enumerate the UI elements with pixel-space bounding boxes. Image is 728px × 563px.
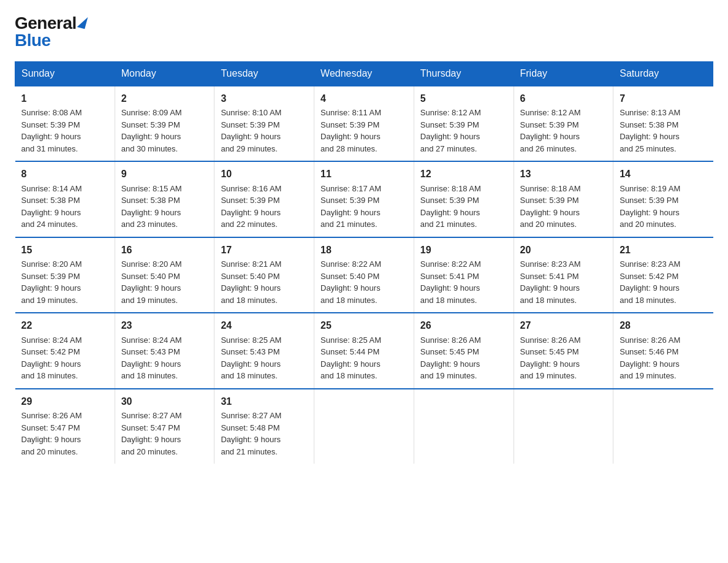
- calendar-cell: 8 Sunrise: 8:14 AMSunset: 5:38 PMDayligh…: [15, 161, 115, 237]
- logo-triangle-icon: [77, 15, 88, 29]
- calendar-cell: 11 Sunrise: 8:17 AMSunset: 5:39 PMDaylig…: [314, 161, 414, 237]
- day-info: Sunrise: 8:25 AMSunset: 5:43 PMDaylight:…: [221, 335, 281, 381]
- day-info: Sunrise: 8:12 AMSunset: 5:39 PMDaylight:…: [420, 108, 481, 153]
- day-info: Sunrise: 8:19 AMSunset: 5:39 PMDaylight:…: [620, 184, 680, 229]
- day-info: Sunrise: 8:27 AMSunset: 5:47 PMDaylight:…: [121, 411, 182, 456]
- day-number: 21: [620, 243, 707, 257]
- day-number: 28: [620, 318, 707, 332]
- day-info: Sunrise: 8:16 AMSunset: 5:39 PMDaylight:…: [221, 184, 281, 229]
- calendar-cell: 17 Sunrise: 8:21 AMSunset: 5:40 PMDaylig…: [214, 237, 314, 313]
- calendar-cell: [314, 389, 414, 464]
- calendar-cell: 28 Sunrise: 8:26 AMSunset: 5:46 PMDaylig…: [613, 313, 713, 388]
- day-info: Sunrise: 8:18 AMSunset: 5:39 PMDaylight:…: [520, 184, 581, 229]
- calendar-cell: 21 Sunrise: 8:23 AMSunset: 5:42 PMDaylig…: [613, 237, 713, 313]
- day-info: Sunrise: 8:24 AMSunset: 5:43 PMDaylight:…: [121, 335, 182, 381]
- day-number: 16: [121, 243, 208, 257]
- day-number: 11: [320, 167, 408, 181]
- day-info: Sunrise: 8:26 AMSunset: 5:45 PMDaylight:…: [420, 335, 481, 381]
- day-number: 5: [420, 91, 507, 105]
- calendar-cell: [514, 389, 613, 464]
- day-number: 26: [420, 318, 507, 332]
- calendar-cell: 2 Sunrise: 8:09 AMSunset: 5:39 PMDayligh…: [115, 86, 214, 161]
- calendar-cell: 10 Sunrise: 8:16 AMSunset: 5:39 PMDaylig…: [214, 161, 314, 237]
- header-wednesday: Wednesday: [314, 62, 414, 86]
- week-row-3: 15 Sunrise: 8:20 AMSunset: 5:39 PMDaylig…: [15, 237, 713, 313]
- day-number: 24: [221, 318, 308, 332]
- calendar-cell: 26 Sunrise: 8:26 AMSunset: 5:45 PMDaylig…: [414, 313, 514, 388]
- calendar-table: SundayMondayTuesdayWednesdayThursdayFrid…: [15, 61, 713, 464]
- week-row-2: 8 Sunrise: 8:14 AMSunset: 5:38 PMDayligh…: [15, 161, 713, 237]
- day-number: 14: [620, 167, 707, 181]
- day-number: 30: [121, 394, 208, 408]
- calendar-cell: 13 Sunrise: 8:18 AMSunset: 5:39 PMDaylig…: [514, 161, 613, 237]
- day-info: Sunrise: 8:22 AMSunset: 5:41 PMDaylight:…: [420, 259, 481, 305]
- calendar-cell: 23 Sunrise: 8:24 AMSunset: 5:43 PMDaylig…: [115, 313, 214, 388]
- calendar-cell: 27 Sunrise: 8:26 AMSunset: 5:45 PMDaylig…: [514, 313, 613, 388]
- day-info: Sunrise: 8:12 AMSunset: 5:39 PMDaylight:…: [520, 108, 581, 153]
- header-monday: Monday: [115, 62, 214, 86]
- day-info: Sunrise: 8:11 AMSunset: 5:39 PMDaylight:…: [320, 108, 381, 153]
- day-info: Sunrise: 8:23 AMSunset: 5:42 PMDaylight:…: [620, 259, 680, 305]
- day-info: Sunrise: 8:08 AMSunset: 5:39 PMDaylight:…: [21, 108, 82, 153]
- day-number: 20: [520, 243, 607, 257]
- header-tuesday: Tuesday: [214, 62, 314, 86]
- week-row-4: 22 Sunrise: 8:24 AMSunset: 5:42 PMDaylig…: [15, 313, 713, 388]
- day-info: Sunrise: 8:15 AMSunset: 5:38 PMDaylight:…: [121, 184, 182, 229]
- day-number: 9: [121, 167, 208, 181]
- calendar-cell: 16 Sunrise: 8:20 AMSunset: 5:40 PMDaylig…: [115, 237, 214, 313]
- calendar-cell: 31 Sunrise: 8:27 AMSunset: 5:48 PMDaylig…: [214, 389, 314, 464]
- calendar-cell: 4 Sunrise: 8:11 AMSunset: 5:39 PMDayligh…: [314, 86, 414, 161]
- day-info: Sunrise: 8:26 AMSunset: 5:46 PMDaylight:…: [620, 335, 680, 381]
- logo-blue-text: Blue: [15, 32, 51, 49]
- day-info: Sunrise: 8:21 AMSunset: 5:40 PMDaylight:…: [221, 259, 281, 305]
- day-info: Sunrise: 8:14 AMSunset: 5:38 PMDaylight:…: [21, 184, 82, 229]
- day-number: 31: [221, 394, 308, 408]
- calendar-cell: 29 Sunrise: 8:26 AMSunset: 5:47 PMDaylig…: [15, 389, 115, 464]
- day-number: 6: [520, 91, 607, 105]
- calendar-cell: 9 Sunrise: 8:15 AMSunset: 5:38 PMDayligh…: [115, 161, 214, 237]
- day-info: Sunrise: 8:13 AMSunset: 5:38 PMDaylight:…: [620, 108, 680, 153]
- page-header: General Blue: [15, 15, 713, 49]
- header-saturday: Saturday: [613, 62, 713, 86]
- day-number: 25: [320, 318, 408, 332]
- day-info: Sunrise: 8:10 AMSunset: 5:39 PMDaylight:…: [221, 108, 281, 153]
- day-number: 2: [121, 91, 208, 105]
- day-number: 19: [420, 243, 507, 257]
- day-number: 8: [21, 167, 108, 181]
- logo-general-text: General: [15, 15, 77, 32]
- day-number: 18: [320, 243, 408, 257]
- week-row-1: 1 Sunrise: 8:08 AMSunset: 5:39 PMDayligh…: [15, 86, 713, 161]
- day-number: 1: [21, 91, 108, 105]
- day-info: Sunrise: 8:09 AMSunset: 5:39 PMDaylight:…: [121, 108, 182, 153]
- day-info: Sunrise: 8:25 AMSunset: 5:44 PMDaylight:…: [320, 335, 381, 381]
- day-info: Sunrise: 8:24 AMSunset: 5:42 PMDaylight:…: [21, 335, 82, 381]
- day-info: Sunrise: 8:23 AMSunset: 5:41 PMDaylight:…: [520, 259, 581, 305]
- calendar-header-row: SundayMondayTuesdayWednesdayThursdayFrid…: [15, 62, 713, 86]
- calendar-cell: 6 Sunrise: 8:12 AMSunset: 5:39 PMDayligh…: [514, 86, 613, 161]
- day-number: 27: [520, 318, 607, 332]
- calendar-cell: 25 Sunrise: 8:25 AMSunset: 5:44 PMDaylig…: [314, 313, 414, 388]
- day-info: Sunrise: 8:26 AMSunset: 5:47 PMDaylight:…: [21, 411, 82, 456]
- header-sunday: Sunday: [15, 62, 115, 86]
- day-number: 13: [520, 167, 607, 181]
- day-info: Sunrise: 8:22 AMSunset: 5:40 PMDaylight:…: [320, 259, 381, 305]
- calendar-cell: 20 Sunrise: 8:23 AMSunset: 5:41 PMDaylig…: [514, 237, 613, 313]
- day-number: 3: [221, 91, 308, 105]
- week-row-5: 29 Sunrise: 8:26 AMSunset: 5:47 PMDaylig…: [15, 389, 713, 464]
- day-number: 12: [420, 167, 507, 181]
- calendar-cell: 12 Sunrise: 8:18 AMSunset: 5:39 PMDaylig…: [414, 161, 514, 237]
- day-info: Sunrise: 8:18 AMSunset: 5:39 PMDaylight:…: [420, 184, 481, 229]
- day-number: 22: [21, 318, 108, 332]
- day-number: 7: [620, 91, 707, 105]
- day-info: Sunrise: 8:27 AMSunset: 5:48 PMDaylight:…: [221, 411, 281, 456]
- calendar-cell: 3 Sunrise: 8:10 AMSunset: 5:39 PMDayligh…: [214, 86, 314, 161]
- day-number: 10: [221, 167, 308, 181]
- calendar-cell: [414, 389, 514, 464]
- day-info: Sunrise: 8:20 AMSunset: 5:40 PMDaylight:…: [121, 259, 182, 305]
- calendar-cell: 24 Sunrise: 8:25 AMSunset: 5:43 PMDaylig…: [214, 313, 314, 388]
- day-number: 4: [320, 91, 408, 105]
- day-number: 15: [21, 243, 108, 257]
- logo: General Blue: [15, 15, 86, 49]
- calendar-cell: 22 Sunrise: 8:24 AMSunset: 5:42 PMDaylig…: [15, 313, 115, 388]
- day-info: Sunrise: 8:20 AMSunset: 5:39 PMDaylight:…: [21, 259, 82, 305]
